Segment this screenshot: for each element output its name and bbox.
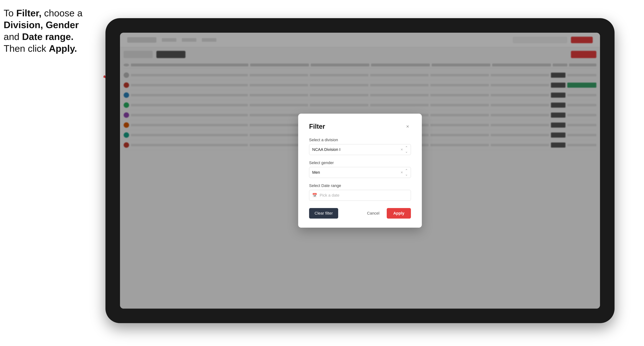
instruction-line3: and xyxy=(4,31,22,42)
gender-clear-icon[interactable]: × xyxy=(400,170,403,175)
modal-title: Filter xyxy=(309,123,325,130)
gender-chevron-icon[interactable]: ⌃⌄ xyxy=(405,169,408,176)
date-placeholder: Pick a date xyxy=(320,193,340,198)
modal-overlay: Filter × Select a division NCAA Division… xyxy=(120,33,600,309)
instruction-bold3: Date range. xyxy=(22,31,74,42)
instruction-bold1: Filter, xyxy=(16,8,42,18)
tablet-frame: Filter × Select a division NCAA Division… xyxy=(106,18,614,323)
modal-footer-right: Cancel Apply xyxy=(363,208,411,219)
division-clear-icon[interactable]: × xyxy=(400,147,403,152)
instruction-line4: Then click xyxy=(4,43,49,54)
instruction-text: To Filter, choose a Division, Gender and… xyxy=(4,7,106,54)
date-range-input[interactable]: 📅 Pick a date xyxy=(309,190,411,201)
gender-field: Select gender Men × ⌃⌄ xyxy=(309,161,411,178)
calendar-icon: 📅 xyxy=(312,193,317,198)
date-range-field: Select Date range 📅 Pick a date xyxy=(309,183,411,201)
instruction-bold4: Apply. xyxy=(49,43,77,54)
gender-select[interactable]: Men × ⌃⌄ xyxy=(309,167,411,178)
instruction-line1: To xyxy=(4,8,16,18)
modal-close-button[interactable]: × xyxy=(404,123,411,130)
modal-footer: Clear filter Cancel Apply xyxy=(309,208,411,219)
division-label: Select a division xyxy=(309,138,411,142)
division-select[interactable]: NCAA Division I × ⌃⌄ xyxy=(309,144,411,155)
gender-select-actions: × ⌃⌄ xyxy=(400,169,408,176)
instruction-line2: choose a xyxy=(42,8,82,18)
modal-header: Filter × xyxy=(309,123,411,130)
division-field: Select a division NCAA Division I × ⌃⌄ xyxy=(309,138,411,155)
date-range-label: Select Date range xyxy=(309,183,411,188)
gender-label: Select gender xyxy=(309,161,411,165)
division-select-actions: × ⌃⌄ xyxy=(400,146,408,154)
cancel-button[interactable]: Cancel xyxy=(363,208,383,219)
division-chevron-icon[interactable]: ⌃⌄ xyxy=(405,146,408,154)
instruction-bold2: Division, Gender xyxy=(4,20,79,30)
division-select-value: NCAA Division I xyxy=(312,147,400,152)
apply-button[interactable]: Apply xyxy=(387,208,411,219)
gender-select-value: Men xyxy=(312,170,400,175)
filter-modal: Filter × Select a division NCAA Division… xyxy=(298,114,422,228)
clear-filter-button[interactable]: Clear filter xyxy=(309,208,338,219)
tablet-screen: Filter × Select a division NCAA Division… xyxy=(120,33,600,309)
